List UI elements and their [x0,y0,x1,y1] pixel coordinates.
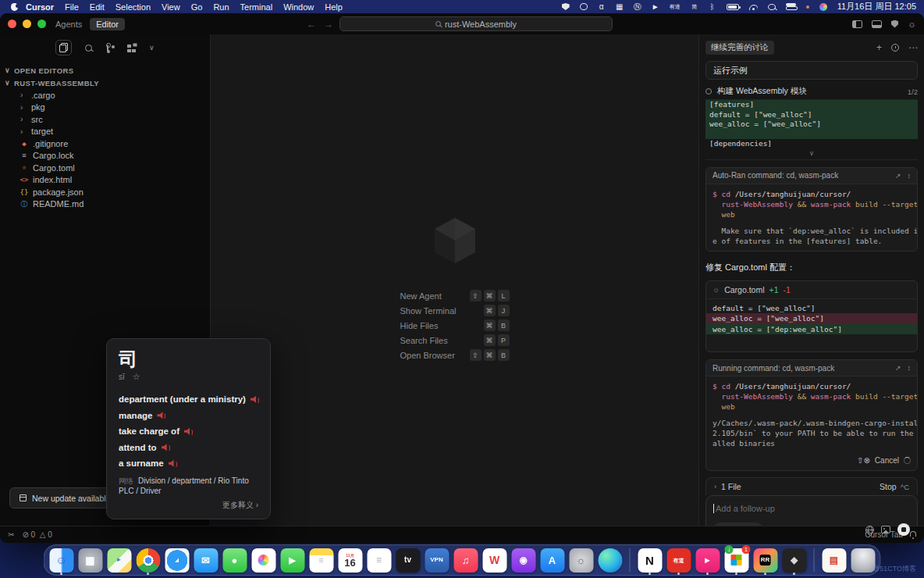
dock-photos[interactable] [251,548,276,573]
dock-mail[interactable]: ✉ [194,548,219,573]
image-icon[interactable] [881,526,890,533]
dock-app-store[interactable]: A [540,548,565,573]
dock-reminders[interactable]: ≡ [367,548,392,573]
tree-item-README.md[interactable]: ⓘREADME.md [0,198,210,211]
tree-item-.gitignore[interactable]: ◆.gitignore [0,137,210,150]
shield-icon[interactable] [562,3,570,10]
chevron-down-icon[interactable]: ∨ [149,44,155,52]
menu-terminal[interactable]: Terminal [240,2,273,12]
settings-gear-icon[interactable]: ☼ [908,19,916,30]
auto-ran-header[interactable]: Auto-Ran command: cd, wasm-pack ↗ ↕ [706,168,917,184]
dock-chrome[interactable] [136,548,161,573]
menu-go[interactable]: Go [191,2,203,12]
section-title-box[interactable]: 运行示例 [705,61,918,80]
dock-notes[interactable]: ≡ [309,548,334,573]
followup-input[interactable]: Add a follow-up [713,502,910,515]
cancel-button[interactable]: Cancel [875,456,899,465]
dock-cursor-app[interactable]: ◆ [782,548,807,573]
project-root-header[interactable]: ∨ RUST-WEBASSEMBLY [0,77,210,89]
dock-podcasts[interactable]: ◉ [511,548,536,573]
cursor-pointer-icon[interactable]: ► [652,2,659,11]
menu-window[interactable]: Window [283,2,314,12]
bluetooth-icon[interactable]: ᛒ [709,2,716,11]
open-external-icon[interactable]: ↗ [895,364,901,372]
toggle-sidebar-icon[interactable] [852,20,862,28]
speaker-icon[interactable] [184,427,193,435]
favorite-star-icon[interactable]: ☆ [133,372,140,382]
tree-item-package.json[interactable]: {}package.json [0,186,210,198]
more-icon[interactable]: ⋯ [908,42,918,53]
dock-notion[interactable]: N [638,548,663,573]
history-icon[interactable] [891,44,899,52]
update-toast[interactable]: New update available [9,487,120,508]
todo-row[interactable]: 构建 WebAssembly 模块 1/2 [705,84,918,100]
dock-vpn[interactable]: VPN [425,548,450,573]
wifi-icon[interactable] [749,4,758,10]
running-header[interactable]: Running command: cd, wasm-pack ↗ ↕ [706,360,917,376]
zoom-button[interactable] [37,20,46,28]
project-search-input[interactable]: rust-WebAssembly [339,16,613,31]
shortcut-new-agent[interactable]: New Agent⇧⌘L [400,288,510,303]
diff-header[interactable]: ☼ Cargo.toml +1 -1 [706,281,917,299]
dock-trash[interactable] [851,548,876,573]
chinese-app-icon[interactable]: 简 [691,3,698,11]
dock-microsoft-365[interactable]: 1↓ [724,548,749,573]
open-editors-header[interactable]: ∨ OPEN EDITORS [0,64,210,77]
dock-apple-tv[interactable]: tv [396,548,421,573]
tree-item-pkg[interactable]: ›pkg [0,102,210,114]
minimize-button[interactable] [23,20,31,28]
source-control-icon[interactable] [105,43,114,52]
dock-finder[interactable]: ☺ [49,548,74,573]
shortcut-search-files[interactable]: Search Files⌘P [400,333,510,348]
tree-item-.cargo[interactable]: ›.cargo [0,89,210,102]
shortcut-open-browser[interactable]: Open Browser⇧⌘B [400,348,510,362]
dock-system-settings[interactable]: ☼ [569,548,594,573]
assistant-icon[interactable] [819,3,827,11]
dock-music[interactable]: ♫ [453,548,478,573]
dock-maps[interactable]: ► [107,548,132,573]
menu-run[interactable]: Run [213,2,229,12]
shortcut-hide-files[interactable]: Hide Files⌘B [400,318,510,333]
menu-app-name[interactable]: Cursor [26,2,54,12]
dock-launchpad[interactable]: ▦ [78,548,103,573]
extensions-icon[interactable] [127,45,131,48]
control-center-icon[interactable] [786,3,796,10]
explorer-tab-icon[interactable] [55,40,72,55]
battery-icon[interactable] [727,4,739,10]
tree-item-Cargo.lock[interactable]: ≡Cargo.lock [0,150,210,162]
youdao-status-icon[interactable]: 有道 [670,3,681,11]
tree-item-Cargo.toml[interactable]: ☼Cargo.toml [0,162,210,174]
search-tab-icon[interactable] [85,45,92,52]
notifications-bell-icon[interactable] [910,531,916,537]
tree-item-index.html[interactable]: <>index.html [0,174,210,187]
menu-view[interactable]: View [162,2,180,12]
tree-item-target[interactable]: ›target [0,126,210,138]
stop-button[interactable]: Stop [880,482,897,491]
back-icon[interactable]: ← [307,19,316,30]
speaker-icon[interactable] [162,444,170,451]
menubar-clock[interactable]: 11月16日 周日 12:05 [837,1,916,12]
tab-agents[interactable]: Agents [55,20,82,29]
status-dot[interactable] [806,5,809,9]
dock-rustrover[interactable]: RR [753,548,778,573]
dock-facetime[interactable]: ▶ [280,548,305,573]
tab-editor[interactable]: Editor [90,18,125,30]
apple-menu-icon[interactable] [11,3,18,11]
new-thread-icon[interactable]: + [876,42,882,53]
problems-indicator[interactable]: ⊘ 0 △ 0 [22,530,52,539]
dock-document-file[interactable]: ▤ [822,548,847,573]
dock-safari[interactable]: ◢ [165,548,190,573]
dock-youdao-dict[interactable]: 有道 [666,548,691,573]
resize-icon[interactable]: ↕ [908,364,912,372]
open-external-icon[interactable]: ↗ [895,172,901,180]
speaker-icon[interactable] [251,395,259,403]
remote-icon[interactable]: ✂ [8,530,14,539]
shortcut-show-terminal[interactable]: Show Terminal⌘J [400,303,510,318]
thread-title-chip[interactable]: 继续完善的讨论 [705,41,774,55]
speaker-icon[interactable] [157,412,165,419]
toggle-panel-icon[interactable] [872,20,882,28]
forward-icon[interactable]: → [324,19,333,30]
notion-status-icon[interactable]: Ⓝ [634,2,641,12]
menu-edit[interactable]: Edit [90,2,105,12]
dock-wps-office[interactable]: W [482,548,507,573]
